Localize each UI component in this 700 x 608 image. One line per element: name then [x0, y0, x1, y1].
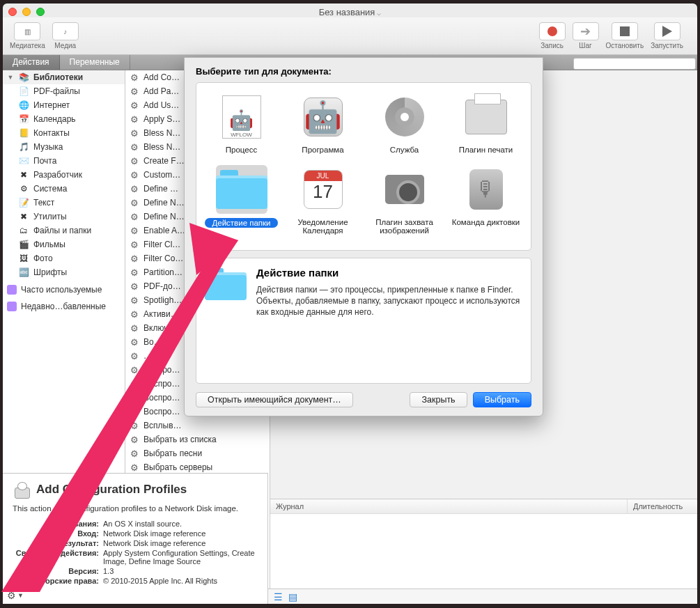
- type-print-plugin[interactable]: Плагин печати: [448, 93, 524, 154]
- sidebar-item[interactable]: 📝Текст: [3, 196, 125, 210]
- sidebar-item[interactable]: ✖︎Разработчик: [3, 168, 125, 182]
- calendar-icon: JUL17: [297, 165, 349, 214]
- type-process[interactable]: 🤖WFLOW Процесс: [203, 93, 280, 154]
- action-label: Bless N…: [143, 128, 180, 138]
- action-icon: ⚙: [129, 183, 140, 194]
- media-icon: ♪: [52, 22, 79, 40]
- action-label: Apply S…: [143, 114, 180, 124]
- info-settings[interactable]: ⚙▼: [7, 590, 24, 601]
- type-app[interactable]: 🤖 Программа: [285, 93, 361, 154]
- record-button[interactable]: Запись: [539, 22, 566, 49]
- step-button[interactable]: ➔ Шаг: [573, 22, 599, 49]
- titlebar: Без названия⌵: [3, 3, 697, 17]
- action-icon: ⚙: [129, 448, 140, 459]
- view-grid-icon[interactable]: ▤: [288, 591, 297, 602]
- action-list-item[interactable]: ⚙Выбрать из списка: [125, 432, 270, 446]
- sidebar-item[interactable]: ✖︎Утилиты: [3, 210, 125, 224]
- desc-body: Действия папки — это процессы, прикрепле…: [256, 284, 522, 318]
- sidebar-item[interactable]: ✉️Почта: [3, 154, 125, 168]
- action-icon: ⚙: [129, 127, 140, 139]
- library-root-icon: 📚: [18, 72, 29, 83]
- search-input[interactable]: [573, 58, 696, 70]
- sidebar-item[interactable]: 📒Контакты: [3, 126, 125, 140]
- sidebar-item-label: Почта: [33, 156, 56, 166]
- action-label: Create F…: [143, 156, 185, 166]
- action-label: Define N…: [143, 198, 185, 208]
- action-label: Custom…: [143, 170, 180, 180]
- choose-button[interactable]: Выбрать: [473, 392, 531, 407]
- action-icon: ⚙: [129, 141, 140, 153]
- action-label: Воспро…: [143, 407, 180, 416]
- run-button[interactable]: Запустить: [651, 22, 683, 49]
- sidebar-item[interactable]: 📅Календарь: [3, 112, 125, 126]
- category-icon: 📅: [18, 114, 29, 125]
- tab-variables[interactable]: Переменные: [60, 55, 130, 70]
- sidebar-item[interactable]: 🎵Музыка: [3, 140, 125, 154]
- action-icon: ⚙: [129, 114, 140, 125]
- sidebar-item-label: Музыка: [33, 142, 63, 152]
- action-icon: ⚙: [129, 378, 140, 389]
- app-icon: 🤖: [297, 93, 349, 141]
- category-icon: ⚙: [18, 183, 29, 194]
- type-folder-action[interactable]: Действие папки: [203, 165, 280, 235]
- action-label: Воспро…: [143, 379, 180, 389]
- sidebar-item[interactable]: ⚙Система: [3, 182, 125, 196]
- action-list-item[interactable]: ⚙Всплыв…: [125, 419, 270, 432]
- sidebar-item-label: Файлы и папки: [33, 226, 91, 235]
- action-icon: ⚙: [129, 155, 140, 166]
- category-icon: ✖︎: [18, 211, 29, 222]
- category-icon: 🎬: [18, 239, 29, 250]
- sidebar-item[interactable]: 🎬Фильмы: [3, 237, 125, 251]
- sidebar-item[interactable]: 🌐Интернет: [3, 98, 125, 112]
- mediateka-button[interactable]: ▥ Медиатека: [10, 22, 45, 49]
- action-icon: ⚙: [129, 336, 140, 348]
- action-icon: ⚙: [129, 309, 140, 320]
- sidebar-item-label: Интернет: [33, 100, 70, 110]
- action-icon: ⚙: [129, 225, 140, 236]
- open-existing-button[interactable]: Открыть имеющийся документ…: [196, 392, 353, 407]
- chevron-down-icon: ⌵: [377, 9, 381, 17]
- action-label: Активи…: [143, 309, 179, 319]
- action-label: Выбрать из списка: [143, 435, 217, 444]
- log-col-journal[interactable]: Журнал: [270, 499, 628, 513]
- view-list-icon[interactable]: ☰: [274, 591, 283, 602]
- toolbar: ▥ Медиатека ♪ Медиа Запись ➔ Шаг Останов…: [3, 17, 697, 55]
- sidebar-smart-item[interactable]: Недавно…бавленные: [3, 300, 125, 313]
- action-label: Spotligh…: [143, 295, 182, 305]
- type-calendar-alarm[interactable]: JUL17 Уведомление Календаря: [285, 165, 361, 235]
- type-service[interactable]: Служба: [366, 93, 443, 154]
- type-image-capture[interactable]: Плагин захвата изображений: [366, 165, 443, 235]
- log-col-duration[interactable]: Длительность: [628, 499, 697, 513]
- sidebar-item[interactable]: 🔤Шрифты: [3, 265, 125, 279]
- stop-icon: [612, 22, 638, 40]
- sidebar-item[interactable]: 🗂Файлы и папки: [3, 224, 125, 237]
- disclosure-triangle-icon[interactable]: ▼: [7, 74, 14, 81]
- bottom-view-strip: ☰ ▤: [268, 588, 697, 604]
- media-button[interactable]: ♪ Медиа: [52, 22, 79, 49]
- stop-button[interactable]: Остановить: [606, 22, 644, 49]
- info-title: Add Configuration Profiles: [13, 481, 258, 499]
- sidebar-smart-item[interactable]: Часто используемые: [3, 283, 125, 296]
- sidebar-item[interactable]: 📄PDF-файлы: [3, 84, 125, 98]
- category-icon: 📒: [18, 127, 29, 139]
- action-icon: ⚙: [129, 197, 140, 208]
- sidebar-item-label: Разработчик: [33, 170, 82, 180]
- action-label: PDF-до…: [143, 281, 181, 291]
- sidebar-item[interactable]: 🖼Фото: [3, 251, 125, 265]
- printer-icon: [460, 93, 512, 141]
- sidebar-root[interactable]: ▼ 📚 Библиотеки: [3, 70, 125, 84]
- folder-icon: [216, 165, 267, 214]
- action-list-item[interactable]: ⚙Выбрать серверы: [125, 460, 270, 474]
- type-dictation[interactable]: Команда диктовки: [448, 165, 524, 235]
- close-button[interactable]: Закрыть: [410, 392, 467, 407]
- action-icon: ⚙: [129, 350, 140, 361]
- record-icon: [539, 22, 566, 40]
- sidebar-item-label: Система: [33, 184, 67, 194]
- action-label: Bless N…: [143, 142, 180, 152]
- action-label: Выбрать серверы: [143, 462, 212, 472]
- action-label: Всплыв…: [143, 421, 182, 430]
- action-list-item[interactable]: ⚙Выбрать песни: [125, 446, 270, 460]
- service-icon: [379, 93, 430, 141]
- action-icon: ⚙: [129, 169, 140, 180]
- tab-actions[interactable]: Действия: [3, 55, 60, 70]
